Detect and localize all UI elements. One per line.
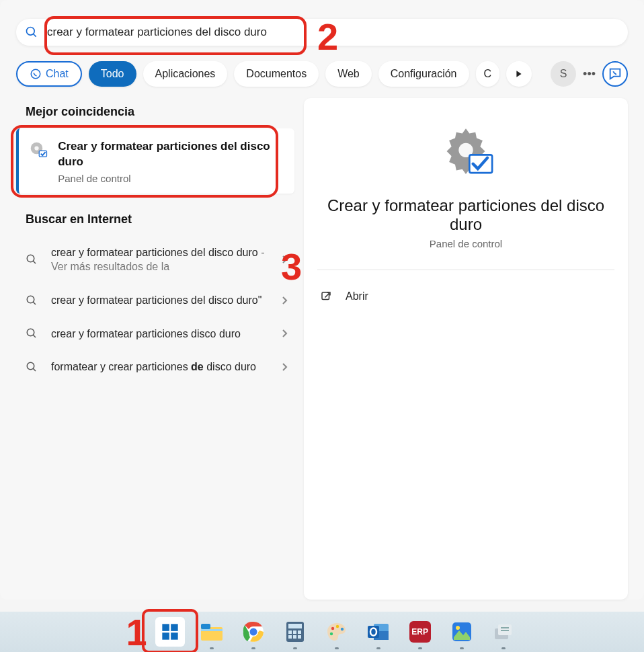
internet-header: Buscar en Internet	[26, 212, 294, 227]
search-icon	[16, 26, 47, 39]
svg-point-38	[329, 633, 332, 635]
filter-row: Chat Todo Aplicaciones Documentos Web Co…	[16, 60, 628, 87]
best-match-subtitle: Panel de control	[58, 173, 285, 184]
svg-rect-29	[288, 630, 292, 634]
annotation-1: 1	[126, 610, 147, 653]
svg-rect-32	[288, 635, 292, 639]
svg-point-6	[27, 255, 34, 263]
svg-point-26	[249, 628, 257, 636]
web-result-text: crear y formatear particiones disco duro	[51, 327, 270, 341]
tab-todo[interactable]: Todo	[89, 61, 136, 87]
web-result-text: crear y formatear particiones del disco …	[51, 293, 270, 308]
annotation-3: 3	[281, 245, 302, 288]
svg-rect-30	[293, 630, 296, 634]
web-result-1[interactable]: crear y formatear particiones del disco …	[16, 284, 294, 317]
best-match-result[interactable]: Crear y formatear particiones del disco …	[16, 128, 294, 194]
svg-rect-17	[162, 624, 169, 631]
search-icon	[23, 294, 40, 307]
taskbar-photos[interactable]	[447, 617, 477, 647]
svg-rect-20	[171, 633, 177, 640]
svg-point-0	[27, 28, 35, 36]
svg-line-11	[33, 335, 36, 338]
results-left-panel: Mejor coincidencia Crear y formatear par…	[16, 98, 294, 600]
tab-configuracion[interactable]: Configuración	[378, 61, 469, 87]
svg-rect-48	[501, 630, 509, 631]
gear-check-icon-large	[304, 125, 628, 179]
tab-more-cut[interactable]: C	[476, 61, 500, 87]
taskbar-paint[interactable]	[322, 617, 352, 647]
preview-title: Crear y formatear particiones del disco …	[304, 196, 628, 234]
svg-line-13	[33, 368, 36, 371]
start-button[interactable]	[155, 617, 185, 647]
taskbar-chrome[interactable]	[239, 617, 268, 647]
svg-rect-22	[201, 624, 210, 629]
open-action[interactable]: Abrir	[304, 290, 628, 302]
user-avatar[interactable]: S	[551, 61, 576, 87]
svg-rect-34	[298, 635, 301, 639]
svg-line-7	[33, 261, 36, 264]
svg-point-8	[27, 296, 34, 303]
search-icon	[23, 253, 40, 266]
svg-point-36	[335, 625, 338, 628]
svg-rect-47	[501, 627, 509, 628]
more-menu[interactable]: •••	[583, 67, 596, 81]
chat-label: Chat	[46, 68, 69, 80]
svg-point-35	[331, 627, 333, 630]
svg-rect-31	[298, 630, 301, 634]
svg-line-1	[34, 34, 36, 37]
chevron-right-icon	[281, 296, 288, 305]
open-label: Abrir	[346, 290, 368, 302]
scroll-right-button[interactable]	[506, 61, 532, 87]
preview-subtitle: Panel de control	[304, 238, 628, 249]
web-result-0[interactable]: crear y formatear particiones del disco …	[16, 236, 294, 284]
svg-point-44	[456, 626, 460, 630]
taskbar: 1	[0, 612, 644, 652]
svg-rect-19	[162, 633, 169, 640]
open-icon	[320, 290, 332, 302]
svg-point-10	[27, 329, 34, 337]
web-result-2[interactable]: crear y formatear particiones disco duro	[16, 317, 294, 351]
web-result-text: crear y formatear particiones del disco …	[51, 245, 270, 274]
bing-chat-icon[interactable]	[602, 61, 628, 87]
taskbar-calculator[interactable]	[280, 617, 310, 647]
chat-pill[interactable]: Chat	[16, 61, 82, 87]
svg-point-2	[31, 69, 40, 79]
start-search-window: 2 Chat Todo Aplicaciones Documentos Web …	[0, 0, 644, 600]
taskbar-explorer[interactable]	[197, 617, 227, 647]
annotation-2: 2	[317, 15, 338, 58]
svg-rect-28	[288, 624, 302, 628]
best-match-title: Crear y formatear particiones del disco …	[58, 139, 285, 170]
chevron-right-icon	[281, 362, 288, 372]
tab-aplicaciones[interactable]: Aplicaciones	[143, 61, 228, 87]
svg-rect-23	[201, 629, 223, 631]
preview-panel: Crear y formatear particiones del disco …	[304, 98, 628, 600]
web-result-text: formatear y crear particiones de disco d…	[51, 360, 270, 374]
search-icon	[23, 327, 40, 339]
tab-web[interactable]: Web	[325, 61, 372, 87]
svg-point-4	[34, 146, 38, 150]
taskbar-outlook[interactable]	[364, 617, 393, 647]
best-match-header: Mejor coincidencia	[26, 105, 294, 119]
svg-line-9	[33, 302, 36, 304]
svg-rect-18	[171, 624, 177, 631]
svg-rect-16	[322, 292, 329, 300]
taskbar-erp[interactable]: ERP	[405, 617, 435, 647]
svg-rect-33	[293, 635, 296, 639]
search-icon	[23, 361, 40, 373]
svg-point-37	[340, 628, 343, 630]
web-result-3[interactable]: formatear y crear particiones de disco d…	[16, 350, 294, 384]
svg-point-12	[27, 362, 34, 370]
gear-check-icon	[28, 139, 48, 161]
tab-documentos[interactable]: Documentos	[234, 61, 319, 87]
divider	[317, 270, 614, 270]
chevron-right-icon	[281, 329, 288, 338]
taskbar-other[interactable]	[489, 617, 518, 647]
